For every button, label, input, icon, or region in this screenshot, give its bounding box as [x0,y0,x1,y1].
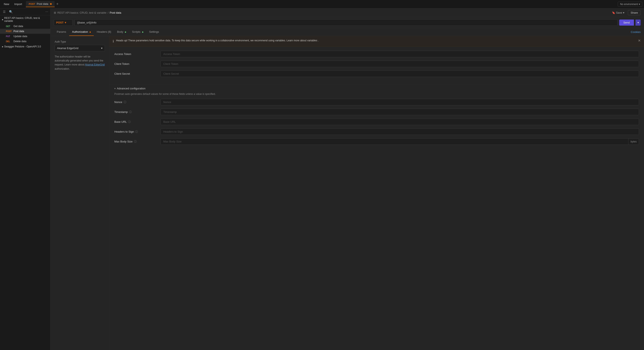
nonce-input[interactable] [160,99,639,105]
sidebar-item-get-data[interactable]: GET Get data [0,24,50,29]
headers-to-sign-label: Headers to Sign ⓘ [114,130,160,134]
auth-type-label: Auth Type [55,40,105,43]
auth-right-panel: ℹ Heads up! These parameters hold sensit… [109,36,644,350]
method-chevron-icon: ▾ [65,21,66,24]
chevron-right-icon: ▸ [2,18,3,21]
delete-data-label: Delete data [14,40,26,43]
akamai-link[interactable]: Akamai EdgeGrid [85,63,105,66]
new-tab-button[interactable]: + [55,2,60,6]
timestamp-info-icon[interactable]: ⓘ [129,110,132,114]
new-button[interactable]: New [2,2,11,6]
scripts-dot [142,31,143,33]
base-url-input[interactable] [160,119,639,125]
access-token-label: Access Token [114,52,160,56]
tab-dirty-dot [50,3,52,5]
sidebar-item-post-data[interactable]: POST Post data [0,29,50,34]
top-bar: New Import POST Post data + No environme… [0,0,644,8]
main-fields-section: Access Token Client Token Client Secret [109,47,644,85]
auth-left-panel: Auth Type Akamai EdgeGrid ▾ The authoriz… [50,36,109,350]
url-input[interactable] [74,19,618,26]
save-chevron-icon: ▾ [623,11,624,14]
method-get-tag: GET [6,25,12,27]
max-body-size-field: bytes [160,138,639,145]
advanced-config-header[interactable]: ▾ Advanced configuration [109,85,644,92]
tab-scripts[interactable]: Scripts [129,28,146,36]
variables-link[interactable]: variables [307,39,317,42]
sidebar-item-update-data[interactable]: PUT Update data [0,34,50,39]
headers-to-sign-info-icon[interactable]: ⓘ [135,130,138,134]
client-token-input[interactable] [160,61,639,67]
tab-headers[interactable]: Headers (8) [94,28,114,36]
client-secret-row: Client Secret [114,70,639,77]
headers-to-sign-input[interactable] [160,128,639,135]
swagger-label: Swagger Petstore - OpenAPI 3.0 [4,45,41,48]
sidebar-more-button[interactable]: ··· [46,10,48,14]
breadcrumb: ⊞ REST API basics: CRUD, test & variable… [54,11,121,14]
collection-title-text: REST API basics: CRUD, test & variable [4,16,48,22]
max-body-size-input[interactable] [160,138,628,145]
body-dot [125,31,126,33]
access-token-row: Access Token [114,51,639,57]
advanced-description: Postman auto-generates default values fo… [109,92,644,99]
breadcrumb-actions: 🔖 Save ▾ Share [610,10,641,15]
max-body-size-label: Max Body Size ⓘ [114,140,160,144]
method-del-tag: DEL [6,40,12,43]
nonce-label: Nonce ⓘ [114,100,160,104]
base-url-info-icon[interactable]: ⓘ [128,120,131,124]
env-selector: No environment ▾ [618,2,642,7]
request-tabs: Params Authorization Headers (8) Body Sc… [50,28,644,36]
method-put-tag: PUT [6,35,12,37]
sidebar-icons: ☰ 🔍 [2,10,14,14]
tab-bar: POST Post data + [26,1,618,7]
share-button[interactable]: Share [628,10,641,15]
tab-authorization[interactable]: Authorization [69,28,94,36]
post-data-label: Post data [14,30,24,33]
alert-close-button[interactable]: ✕ [638,39,641,43]
main-layout: ☰ 🔍 ··· ▸ REST API basics: CRUD, test & … [0,8,644,350]
send-button[interactable]: Send [619,19,634,26]
url-bar: POST ▾ Send ▾ [50,17,644,28]
tab-settings[interactable]: Settings [146,28,162,36]
client-secret-label: Client Secret [114,72,160,75]
collection-title[interactable]: ▸ REST API basics: CRUD, test & variable [0,15,50,24]
sidebar-top: ☰ 🔍 ··· [0,8,50,15]
sidebar-icon-button[interactable]: ☰ [2,10,6,14]
sidebar-item-delete-data[interactable]: DEL Delete data [0,39,50,44]
base-url-label: Base URL ⓘ [114,120,160,124]
breadcrumb-separator: / [108,11,108,14]
alert-icon: ℹ [113,39,114,44]
method-select-value: POST [56,21,64,24]
save-button[interactable]: 🔖 Save ▾ [610,10,626,15]
chevron-right-icon-swagger: ▸ [2,45,3,48]
advanced-chevron-icon: ▾ [114,87,116,90]
content-area: ⊞ REST API basics: CRUD, test & variable… [50,8,644,350]
tab-method: POST [29,3,35,5]
sidebar-search-button[interactable]: 🔍 [8,10,14,14]
tab-params[interactable]: Params [54,28,69,36]
env-dropdown[interactable]: No environment ▾ [618,2,642,7]
save-icon: 🔖 [612,11,615,14]
auth-type-chevron-icon: ▾ [101,47,102,50]
nonce-info-icon[interactable]: ⓘ [124,100,126,104]
nonce-row: Nonce ⓘ [114,99,639,105]
auth-type-select[interactable]: Akamai EdgeGrid ▾ [55,45,105,51]
cookies-link[interactable]: Cookies [631,30,641,33]
max-body-size-info-icon[interactable]: ⓘ [134,140,136,144]
tab-body[interactable]: Body [114,28,129,36]
access-token-input[interactable] [160,51,639,57]
headers-to-sign-row: Headers to Sign ⓘ [114,128,639,135]
method-select-dropdown[interactable]: POST ▾ [54,19,73,26]
timestamp-input[interactable] [160,109,639,115]
import-button[interactable]: Import [12,2,24,6]
sidebar: ☰ 🔍 ··· ▸ REST API basics: CRUD, test & … [0,8,50,350]
base-url-row: Base URL ⓘ [114,119,639,125]
client-token-row: Client Token [114,61,639,67]
client-secret-input[interactable] [160,70,639,77]
tab-name: Post data [37,2,48,5]
active-tab[interactable]: POST Post data [26,1,55,7]
breadcrumb-collection: REST API basics: CRUD, test & variable [58,11,106,14]
sidebar-item-swagger[interactable]: ▸ Swagger Petstore - OpenAPI 3.0 [0,44,50,49]
auth-desc-suffix: authorization. [55,67,70,70]
auth-type-value: Akamai EdgeGrid [57,47,78,50]
send-dropdown-button[interactable]: ▾ [636,19,641,26]
